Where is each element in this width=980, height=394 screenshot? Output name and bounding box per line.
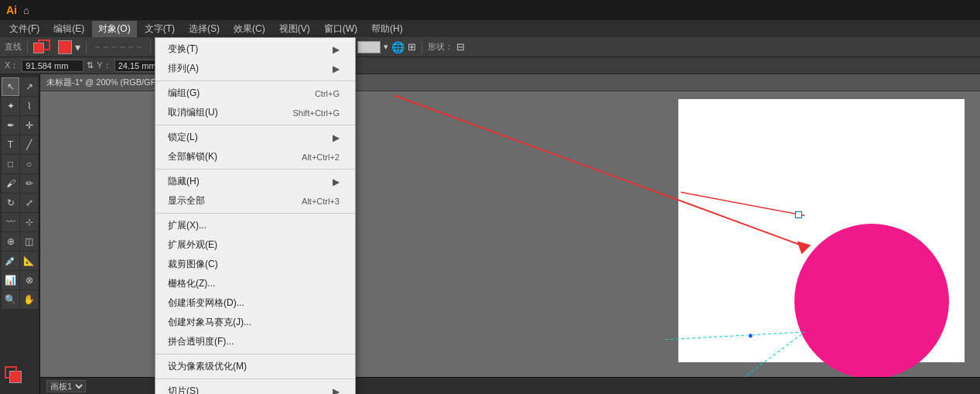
stroke-fill-widget[interactable] — [33, 39, 55, 55]
magic-wand-tool[interactable]: ✦ — [2, 97, 19, 115]
menu-pixel-perfect[interactable]: 设为像素级优化(M) — [155, 357, 355, 376]
tool-name-label: 直线 — [5, 41, 22, 53]
menu-transform[interactable]: 变换(T) ▶ — [155, 39, 355, 59]
menu-ungroup[interactable]: 取消编组(U) Shift+Ctrl+G — [155, 103, 355, 122]
gradient-tool[interactable]: ◫ — [20, 232, 38, 251]
fill-stroke-widget[interactable] — [3, 365, 31, 388]
tool-row-6: 🖌 ✏ — [2, 174, 38, 193]
hand-tool[interactable]: ✋ — [20, 290, 38, 309]
pen-tool[interactable]: ✒ — [2, 116, 19, 135]
tool-row-11: 📊 ⊗ — [2, 271, 38, 290]
menu-view[interactable]: 视图(V) — [273, 21, 316, 37]
grid-icon[interactable]: ⊞ — [408, 41, 416, 53]
menu-gradient-mesh[interactable]: 创建渐变网格(D)... — [155, 293, 355, 313]
dropdown-arrow[interactable]: ▾ — [75, 41, 80, 53]
lasso-tool[interactable]: ⌇ — [20, 97, 38, 115]
warp-tool[interactable]: 〰 — [2, 213, 19, 231]
pencil-tool[interactable]: ✏ — [20, 174, 38, 193]
artboard-select[interactable]: 画板1 — [46, 380, 86, 392]
globe-icon[interactable]: 🌐 — [391, 41, 405, 53]
shape-builder-tool[interactable]: ⊕ — [2, 232, 19, 251]
menu-effect[interactable]: 效果(C) — [227, 21, 271, 37]
menu-group[interactable]: 编组(G) Ctrl+G — [155, 84, 355, 103]
transform-arrow: ▶ — [333, 44, 340, 55]
arrange-arrow: ▶ — [333, 63, 340, 74]
add-anchor-tool[interactable]: ✛ — [20, 116, 38, 135]
menu-window[interactable]: 窗口(W) — [318, 21, 364, 37]
zoom-tool[interactable]: 🔍 — [2, 290, 19, 309]
menu-slice[interactable]: 切片(S) ▶ — [155, 382, 355, 394]
title-bar: Ai ⌂ — [0, 0, 980, 20]
measure-tool[interactable]: 📐 — [20, 252, 38, 270]
shape-grid-icon[interactable]: ⊟ — [456, 41, 465, 53]
menu-arrange[interactable]: 排列(A) ▶ — [155, 59, 355, 78]
ellipse-tool[interactable]: ○ — [20, 155, 38, 173]
line-style-preview — [95, 46, 142, 48]
toolbar-separator-1 — [27, 41, 28, 53]
sep-3 — [155, 169, 355, 170]
lock-arrow: ▶ — [333, 132, 340, 143]
sep-2 — [155, 125, 355, 125]
menu-show-all[interactable]: 显示全部 Alt+Ctrl+3 — [155, 191, 355, 211]
main-toolbar: 直线 ▾ 基本 基本 不透明度： ▾ 样式： ▾ 🌐 ⊞ 形状： ⊟ — [0, 37, 980, 57]
line-tool[interactable]: ╱ — [20, 135, 38, 154]
menu-hide[interactable]: 隐藏(H) ▶ — [155, 172, 355, 191]
sep-4 — [155, 213, 355, 214]
free-transform-tool[interactable]: ⊹ — [20, 213, 38, 231]
pink-circle-object[interactable] — [794, 224, 949, 379]
fill-stroke-bottom — [2, 361, 38, 391]
toolbar-separator-2 — [86, 41, 87, 53]
menu-unlock-all[interactable]: 全部解锁(K) Alt+Ctrl+2 — [155, 147, 355, 166]
paintbrush-tool[interactable]: 🖌 — [2, 174, 19, 193]
menu-expand-appearance[interactable]: 扩展外观(E) — [155, 235, 355, 255]
toolbar-separator-3 — [150, 41, 151, 53]
menu-flatten-transparency[interactable]: 拼合透明度(F)... — [155, 332, 355, 351]
type-tool[interactable]: T — [2, 135, 19, 154]
menu-select[interactable]: 选择(S) — [183, 21, 226, 37]
x-label: X： — [5, 60, 19, 71]
style-box[interactable] — [357, 41, 381, 53]
sep-5 — [155, 354, 355, 355]
slice-arrow: ▶ — [333, 386, 340, 395]
eyedropper-tool[interactable]: 💉 — [2, 252, 19, 270]
tool-row-12: 🔍 ✋ — [2, 290, 38, 309]
scale-tool[interactable]: ⤢ — [20, 194, 38, 212]
menu-edit[interactable]: 编辑(E) — [47, 21, 90, 37]
toolbar-separator-6 — [422, 41, 422, 53]
tool-row-10: 💉 📐 — [2, 252, 38, 270]
object-menu-dropdown: 变换(T) ▶ 排列(A) ▶ 编组(G) Ctrl+G 取消编组(U) Shi… — [155, 37, 356, 394]
menu-expand[interactable]: 扩展(X)... — [155, 216, 355, 235]
sep-1 — [155, 81, 355, 81]
menu-file[interactable]: 文件(F) — [3, 21, 46, 37]
menu-object[interactable]: 对象(O) — [92, 21, 136, 37]
tool-row-1: ↖ ↗ — [2, 77, 38, 96]
style-arrow[interactable]: ▾ — [384, 42, 388, 52]
menu-crop-image[interactable]: 裁剪图像(C) — [155, 255, 355, 274]
tool-row-9: ⊕ ◫ — [2, 232, 38, 251]
menu-object-mosaic[interactable]: 创建对象马赛克(J)... — [155, 313, 355, 332]
tool-row-3: ✒ ✛ — [2, 116, 38, 135]
rect-tool[interactable]: □ — [2, 155, 19, 173]
rotate-tool[interactable]: ↻ — [2, 194, 19, 212]
home-icon[interactable]: ⌂ — [23, 5, 29, 16]
blend-tool[interactable]: ⊗ — [20, 271, 38, 290]
menu-text[interactable]: 文字(T) — [138, 21, 181, 37]
shape-label: 形状： — [428, 41, 453, 53]
app-logo: Ai — [6, 4, 17, 16]
select-tool[interactable]: ↖ — [2, 77, 19, 96]
menu-rasterize[interactable]: 栅格化(Z)... — [155, 274, 355, 293]
menu-bar: 文件(F) 编辑(E) 对象(O) 文字(T) 选择(S) 效果(C) 视图(V… — [0, 20, 980, 37]
x-input[interactable] — [22, 60, 84, 72]
menu-help[interactable]: 帮助(H) — [365, 21, 409, 37]
coords-toolbar: X： ⇅ Y： ⇅ 宽： ⇅ — [0, 57, 980, 74]
tool-row-8: 〰 ⊹ — [2, 213, 38, 231]
graph-tool[interactable]: 📊 — [2, 271, 19, 290]
tool-row-7: ↻ ⤢ — [2, 194, 38, 212]
tool-row-4: T ╱ — [2, 135, 38, 154]
tool-row-2: ✦ ⌇ — [2, 97, 38, 115]
x-stepper[interactable]: ⇅ — [87, 60, 94, 70]
direct-select-tool[interactable]: ↗ — [20, 77, 38, 96]
fill-color-box[interactable] — [58, 40, 72, 54]
menu-lock[interactable]: 锁定(L) ▶ — [155, 128, 355, 147]
tools-panel: ↖ ↗ ✦ ⌇ ✒ ✛ T ╱ □ ○ 🖌 ✏ ↻ ⤢ 〰 ⊹ — [0, 74, 40, 394]
